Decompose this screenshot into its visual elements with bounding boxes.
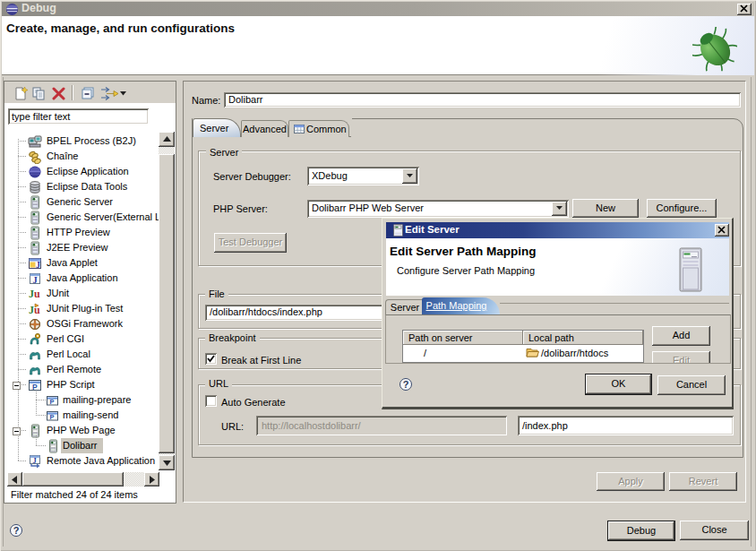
svg-text:u: u (34, 288, 40, 300)
svg-text:P: P (50, 398, 55, 406)
svg-text:J: J (33, 275, 38, 285)
svg-text:J: J (36, 260, 40, 270)
svg-text:P: P (32, 383, 38, 392)
svg-text:P: P (50, 413, 55, 421)
